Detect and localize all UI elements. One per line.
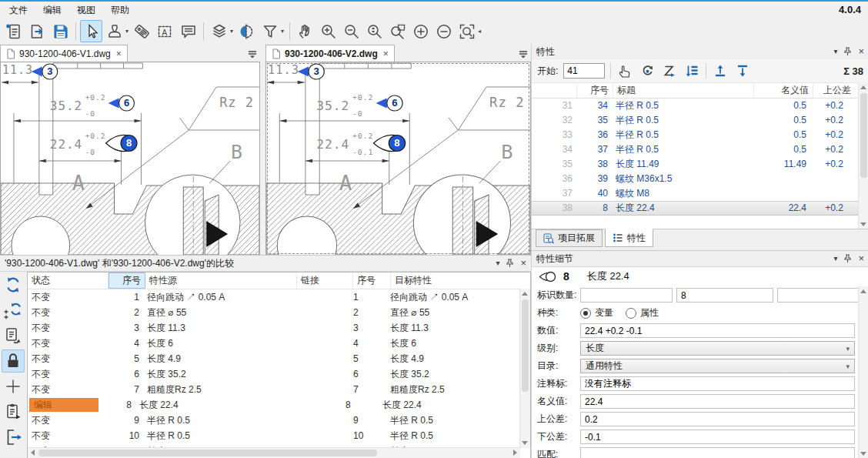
radio-label[interactable]: 属性 <box>640 306 659 319</box>
compare-row[interactable]: 不变10半径 R 0.510半径 R 0.5 <box>28 428 530 443</box>
col-status[interactable]: 状态 <box>28 272 108 289</box>
scrollbar-thumb[interactable] <box>860 93 867 178</box>
sort-list-button[interactable] <box>683 62 700 79</box>
scroll-up-icon[interactable] <box>860 289 866 293</box>
scroll-down-icon[interactable] <box>860 452 866 456</box>
comment-tool-button[interactable] <box>177 20 199 42</box>
scroll-down-icon[interactable] <box>522 441 528 445</box>
compare-row[interactable]: 不变7粗糙度Rz 2.57粗糙度Rz 2.5 <box>28 382 530 397</box>
col-no[interactable]: 序号 <box>577 82 613 98</box>
compare-row-edited[interactable]: 编辑8长度 22.48长度 22.4下公差: 0 <box>28 397 530 413</box>
toolbar-overflow-icon[interactable]: ◂ <box>478 28 481 35</box>
compare-row[interactable]: 不变4长度 64长度 6 <box>28 336 530 351</box>
col-nominal[interactable]: 名义值 <box>754 82 813 98</box>
zoom-out-button[interactable] <box>340 20 362 42</box>
balloon-3[interactable]: 3 <box>32 64 58 79</box>
copy-results-button[interactable] <box>2 324 25 347</box>
compare-horizontal-scrollbar[interactable] <box>28 447 520 458</box>
balloon-3[interactable]: 3 <box>298 64 325 79</box>
note-input[interactable] <box>580 376 855 391</box>
decrease-button[interactable] <box>432 20 455 42</box>
col-link[interactable]: 链接 <box>297 272 353 289</box>
catalog-select[interactable]: 通用特性 ▾ <box>580 359 855 373</box>
tab-list-button[interactable] <box>516 46 531 62</box>
pin-icon[interactable] <box>844 47 851 56</box>
start-input[interactable] <box>563 63 605 79</box>
balloon-8-selected[interactable]: 8 <box>106 135 137 151</box>
save-button[interactable] <box>49 20 72 42</box>
tab-930-1200-406-v1[interactable]: 930-1200-406-V1.dwg × <box>0 45 128 62</box>
compare-row[interactable]: 不变9半径 R 0.59半径 R 0.5 <box>28 413 530 428</box>
open-file-button[interactable] <box>26 20 48 42</box>
id-count-mid-input[interactable] <box>676 288 773 303</box>
tag-tool-button[interactable] <box>131 20 153 42</box>
property-row[interactable]: 3740螺纹 M8 <box>532 186 859 201</box>
layers-button[interactable] <box>208 20 230 42</box>
scroll-right-icon[interactable] <box>513 450 517 456</box>
col-target[interactable]: 目标特性 <box>391 272 531 289</box>
close-icon[interactable]: × <box>858 255 864 262</box>
pick-tool-button[interactable] <box>616 62 633 79</box>
property-row[interactable]: 3538长度 11.4911.49+0.2-0.2 <box>532 157 859 172</box>
zoom-fit-button[interactable] <box>456 20 478 42</box>
value-input[interactable] <box>580 323 855 338</box>
menu-view[interactable]: 视图 <box>69 2 103 19</box>
property-row[interactable]: 3639螺纹 M36x1.5 <box>532 172 859 186</box>
panel-menu-icon[interactable]: ▾ <box>496 259 499 267</box>
move-top-button[interactable] <box>712 62 729 79</box>
details-vertical-scrollbar[interactable] <box>858 286 868 458</box>
export-button[interactable] <box>2 426 25 449</box>
tab-list-button[interactable] <box>245 46 260 62</box>
filter-button[interactable] <box>259 20 281 42</box>
property-row[interactable]: 3134半径 R 0.50.5+0.2-0.2 <box>532 99 859 113</box>
scroll-down-icon[interactable] <box>860 222 866 226</box>
col-upper[interactable]: 上公差 <box>813 82 859 98</box>
menu-edit[interactable]: 编辑 <box>35 2 69 19</box>
compare-row[interactable]: 不变5长度 4.95长度 4.9 <box>28 351 530 366</box>
mirror-compare-button[interactable] <box>235 20 258 42</box>
layers-dropdown-caret[interactable]: ▾ <box>230 28 233 35</box>
drawing-canvas-v2[interactable]: 11.3 35.2 +0.2 -0 22.4 +0.2 -0.1 Rz 2 A … <box>265 62 531 256</box>
properties-vertical-scrollbar[interactable] <box>858 82 868 229</box>
panel-menu-icon[interactable]: ▾ <box>833 255 837 262</box>
balloon-8-selected[interactable]: 8 <box>373 135 405 151</box>
move-bottom-button[interactable] <box>734 62 751 79</box>
recompare-add-button[interactable] <box>2 299 25 322</box>
lower-tolerance-input[interactable] <box>580 430 855 444</box>
tab-project-expand[interactable]: 项目拓展 <box>536 229 603 247</box>
scroll-left-icon[interactable] <box>31 450 35 456</box>
compare-row[interactable]: 不变3长度 11.33长度 11.3 <box>28 320 530 336</box>
scroll-up-icon[interactable] <box>860 85 866 89</box>
level-select[interactable]: 长度 ▾ <box>580 341 855 356</box>
stamp-dropdown-caret[interactable]: ▾ <box>125 28 129 35</box>
menu-file[interactable]: 文件 <box>2 2 35 19</box>
upper-tolerance-input[interactable] <box>580 412 855 426</box>
drawing-canvas-v1[interactable]: 11.3 35.2 +0.2 -0 22.4 +0.2 -0 Rz 2 A B … <box>0 62 260 256</box>
zoom-vertical-button[interactable] <box>363 20 386 42</box>
zigzag-order-button[interactable] <box>661 62 678 79</box>
recompare-button[interactable] <box>2 273 25 296</box>
filter-dropdown-caret[interactable]: ▾ <box>281 28 284 35</box>
nominal-input[interactable] <box>580 394 855 409</box>
col-no-source[interactable]: 序号 <box>108 272 145 289</box>
scrollbar-thumb[interactable] <box>522 299 529 392</box>
id-count-left-input[interactable] <box>580 288 673 303</box>
increase-button[interactable] <box>409 20 432 42</box>
radio-label[interactable]: 变量 <box>595 306 613 319</box>
close-icon[interactable]: × <box>520 259 526 267</box>
compare-row[interactable]: 不变1径向跳动 ↗ 0.05 A1径向跳动 ↗ 0.05 A <box>28 289 530 305</box>
scroll-up-icon[interactable] <box>522 292 528 296</box>
col-source[interactable]: 特性源 <box>145 272 297 289</box>
property-row[interactable]: 3336半径 R 0.50.5+0.2-0.2 <box>532 128 859 142</box>
compare-row[interactable]: 不变6长度 35.26长度 35.2 <box>28 366 530 382</box>
scrollbar-thumb[interactable] <box>38 450 377 456</box>
report-button[interactable] <box>2 400 25 423</box>
tab-close-icon[interactable]: × <box>116 48 122 59</box>
panel-menu-icon[interactable]: ▾ <box>833 48 837 55</box>
col-title[interactable]: 标题 <box>613 82 754 98</box>
pin-icon[interactable] <box>844 254 851 263</box>
property-row[interactable]: 3437半径 R 0.50.5+0.2-0.2 <box>532 142 859 157</box>
radio-variable[interactable] <box>580 308 591 319</box>
id-count-right-input[interactable] <box>777 288 859 303</box>
menu-help[interactable]: 帮助 <box>103 2 137 19</box>
